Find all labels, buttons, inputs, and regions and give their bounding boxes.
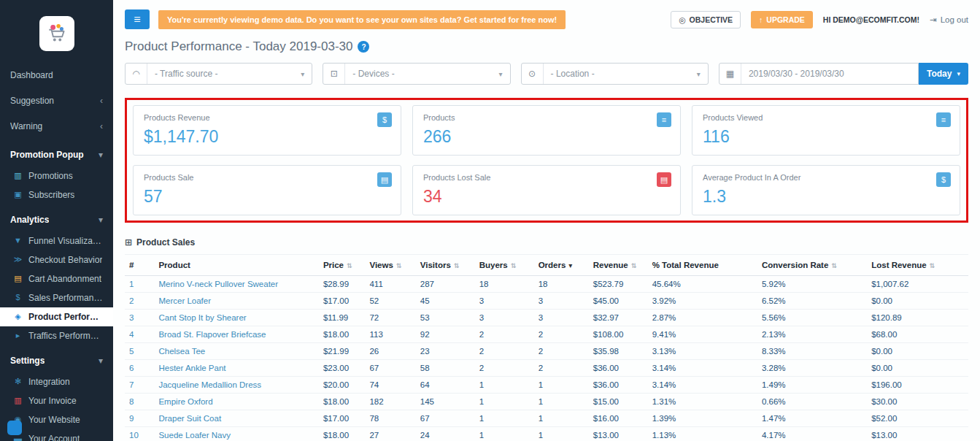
cell-conversion-rate: 3.28% [757,360,867,377]
sidebar-item-settings[interactable]: Settings▾ [0,345,113,372]
column-label: # [129,261,134,269]
sidebar-nav: DashboardSuggestion‹Warning‹Promotion Po… [0,63,113,441]
sidebar-item-sales-performance[interactable]: $Sales Performance [0,288,113,307]
sort-icon: ⇅ [454,262,460,269]
column-header-num: # [125,255,154,276]
sidebar-item-label: Your Invoice [28,396,77,407]
column-header-revenue[interactable]: Revenue⇅ [589,255,648,276]
sidebar-item-promotion-popup[interactable]: Promotion Popup▾ [0,139,113,166]
product-sales-section-header: ⊞ Product Sales [125,237,968,248]
sidebar-item-warning[interactable]: Warning‹ [0,114,113,139]
sidebar-item-traffics-performance[interactable]: ▸Traffics Performance [0,326,113,345]
sidebar-item-integration[interactable]: ✻Integration [0,372,113,391]
date-range-picker[interactable]: ▦ 2019/03/30 - 2019/03/30 [719,63,919,85]
cell-visitors: 64 [416,377,475,394]
traffic-source-select[interactable]: ◠ - Traffic source - ▾ [125,63,312,85]
sidebar-item-suggestion[interactable]: Suggestion‹ [0,88,113,114]
today-button[interactable]: Today ▾ [919,63,968,85]
column-label: Buyers [479,261,508,269]
column-header-views[interactable]: Views⇅ [365,255,415,276]
column-label: Orders [539,261,566,269]
product-link[interactable]: Merino V-neck Pullover Sweater [158,280,278,288]
menu-toggle-button[interactable]: ≡ [125,9,150,29]
cell-visitors: 45 [416,293,475,310]
cell-buyers: 1 [475,394,534,410]
product-link[interactable]: Chelsea Tee [158,347,205,356]
table-row: 8Empire Oxford$18.0018214511$15.001.31%0… [125,394,968,410]
location-pin-icon: ⊙ [522,64,544,84]
column-header-orders[interactable]: Orders▾ [534,255,589,276]
table-row: 4Broad St. Flapover Briefcase$18.0011392… [125,326,968,343]
help-icon[interactable]: ? [358,41,369,53]
cell-conversion-rate: 1.49% [757,377,867,394]
cell-visitors: 145 [416,394,475,410]
column-header-lost-revenue[interactable]: Lost Revenue⇅ [867,255,968,276]
sidebar-item-dashboard[interactable]: Dashboard [0,63,113,88]
cell-buyers: 18 [475,276,534,293]
column-label: Lost Revenue [871,261,926,269]
sort-icon: ⇅ [930,262,935,269]
sidebar-item-analytics[interactable]: Analytics▾ [0,204,113,231]
cell-visitors: 24 [416,427,475,441]
stat-label: Products Revenue [144,113,390,122]
sidebar-item-label: Promotion Popup [10,150,84,161]
sidebar-item-promotions[interactable]: ▥Promotions [0,166,113,185]
column-header-visitors[interactable]: Visitors⇅ [416,255,475,276]
table-header-row: #ProductPrice⇅Views⇅Visitors⇅Buyers⇅Orde… [125,255,968,276]
column-label: % Total Revenue [652,261,719,269]
upgrade-button[interactable]: ↑ UPGRADE [751,11,813,28]
sidebar-item-funnel-visualization[interactable]: ▼Funnel Visualization [0,231,113,250]
sidebar-item-your-invoice[interactable]: ▥Your Invoice [0,391,113,410]
column-label: Product [158,261,190,269]
product-link[interactable]: Suede Loafer Navy [158,431,230,440]
column-header-price[interactable]: Price⇅ [319,255,366,276]
sidebar-item-label: Integration [28,377,70,388]
product-link[interactable]: Empire Oxford [158,397,212,406]
column-header-buyers[interactable]: Buyers⇅ [475,255,534,276]
product-link[interactable]: Draper Suit Coat [158,414,221,423]
sort-icon: ⇅ [396,262,402,269]
sidebar-item-cart-abandonment[interactable]: ▤Cart Abandonment [0,269,113,288]
table-row: 3Cant Stop It by Shearer$11.99725333$32.… [125,310,968,326]
sidebar-item-checkout-behavior[interactable]: ≫Checkout Behavior [0,250,113,269]
product-link[interactable]: Mercer Loafer [158,296,211,305]
product-link[interactable]: Hester Ankle Pant [158,364,225,372]
logo[interactable] [0,0,113,63]
cell-revenue: $36.00 [589,377,648,394]
sidebar-item-subscribers[interactable]: ▣Subscribers [0,185,113,204]
logout-link[interactable]: ⇥ Log out [930,15,968,25]
stat-label: Products Lost Sale [423,173,670,182]
support-widget-button[interactable] [7,421,22,435]
product-link[interactable]: Jacqueline Medallion Dress [158,380,261,389]
product-cell: Cant Stop It by Shearer [154,310,318,326]
cell-lost-revenue: $1,007.62 [867,276,968,293]
cell-conversion-rate: 1.47% [757,410,867,427]
sidebar-item-label: Your Account [28,434,80,441]
product-link[interactable]: Cant Stop It by Shearer [158,313,246,322]
chevron-down-icon: ▾ [293,70,312,78]
stat-card-products: Products≡266 [412,105,681,156]
cell-revenue: $13.00 [589,427,648,441]
cell-price: $20.00 [319,377,366,394]
objective-button[interactable]: ◎ OBJECTIVE [671,11,741,28]
stats-cards: Products Revenue$$1,147.70Products≡266Pr… [133,105,960,215]
monitor-icon: ⊡ [323,64,345,84]
devices-select[interactable]: ⊡ - Devices - ▾ [323,63,510,85]
cell-conversion-rate: 6.52% [757,293,867,310]
sidebar-item-label: Funnel Visualization [28,236,103,247]
product-link[interactable]: Broad St. Flapover Briefcase [158,330,266,339]
cell-revenue: $35.98 [589,343,648,360]
column-header-conversion-rate[interactable]: Conversion Rate⇅ [757,255,867,276]
dollar-icon: $ [377,112,392,127]
cell-conversion-rate: 0.66% [757,394,867,410]
sort-icon: ⇅ [511,262,517,269]
date-range-group: ▦ 2019/03/30 - 2019/03/30 Today ▾ [719,63,968,85]
cell-pct-total-revenue: 3.13% [648,343,757,360]
stat-value: $1,147.70 [144,127,390,147]
sidebar-item-label: Dashboard [10,70,53,81]
demo-data-banner[interactable]: You're currently viewing demo data. Do y… [158,10,566,29]
cell-buyers: 1 [475,410,534,427]
cell-orders: 2 [534,343,589,360]
sidebar-item-product-performance[interactable]: ◈Product Performance [0,307,113,326]
location-select[interactable]: ⊙ - Location - ▾ [521,63,709,85]
